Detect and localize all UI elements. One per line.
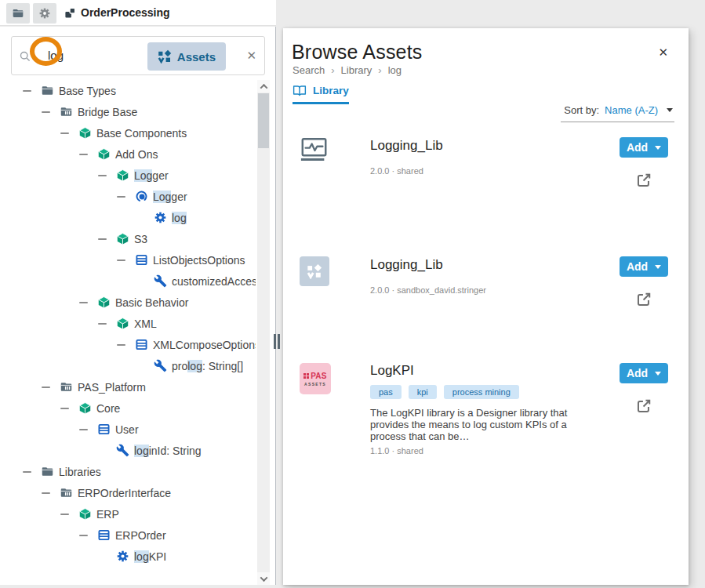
collapse-toggle-icon[interactable] [60,514,69,515]
breadcrumb-item[interactable]: log [388,64,402,76]
tree-item-label: customizedAccess [172,275,256,288]
scroll-up-button[interactable] [257,80,270,93]
asset-card: Logging_Lib2.0.0 · sharedAdd [283,133,689,252]
book-icon [293,85,307,96]
tree-row[interactable]: loginId: String [0,440,256,461]
tree-row[interactable]: Logger [0,165,256,186]
add-button[interactable]: Add [620,137,668,158]
asset-card: PASASSETSLogKPIpaskpiprocess miningThe L… [283,357,689,474]
asset-actions: Add [620,363,668,415]
collapse-toggle-icon[interactable] [79,302,88,303]
tree-row[interactable]: Base Components [0,122,256,143]
collapse-toggle-icon[interactable] [60,408,69,409]
tree-row[interactable]: prolog: String[] [0,355,256,376]
caret-down-icon [655,146,661,153]
tree-row[interactable]: Add Ons [0,143,256,165]
tree-row[interactable]: User [0,419,256,440]
tree-item-label: ListObjectsOptions [153,254,245,267]
tree-item-label: prolog: String[] [172,360,243,372]
tree-row[interactable]: Libraries [0,461,256,482]
collapse-toggle-icon[interactable] [117,196,125,198]
panel-resize-handle[interactable] [274,334,280,349]
open-asset-button[interactable] [635,291,652,308]
chart-monitor-icon [300,137,329,163]
clear-search-button[interactable]: ✕ [246,37,256,74]
assets-filter-button[interactable]: Assets [147,42,226,71]
folder-button[interactable] [6,3,30,24]
open-asset-button[interactable] [635,172,652,189]
tree-row[interactable]: Core [0,397,256,419]
scrollbar-thumb[interactable] [258,93,269,148]
tree-row[interactable]: Base Types [0,80,256,101]
collapse-toggle-icon[interactable] [23,471,31,473]
assets-icon [158,49,172,64]
sort-control[interactable]: Sort by: Name (A-Z) [561,104,674,122]
browse-assets-dialog: Browse Assets ✕ Search›Library›log Libra… [283,28,689,585]
tab-label: OrderProcessing [81,6,170,19]
asset-tree: Base TypesBridge BaseBase ComponentsAdd … [0,80,256,568]
collapse-toggle-icon[interactable] [117,260,125,261]
settings-button[interactable] [33,3,56,24]
collapse-toggle-icon[interactable] [42,492,50,494]
tag-badge[interactable]: pas [370,385,402,399]
open-asset-button[interactable] [635,397,652,415]
external-link-icon [635,291,652,308]
pas-dots-icon [303,373,309,379]
tree-row[interactable]: XMLComposeOptions [0,334,256,355]
collapse-toggle-icon[interactable] [23,90,31,92]
breadcrumb: Search›Library›log [293,64,402,76]
close-dialog-button[interactable]: ✕ [658,45,668,60]
collapse-toggle-icon[interactable] [98,238,107,240]
breadcrumb-item[interactable]: Search [293,64,325,76]
gear-icon [116,550,129,563]
collapse-toggle-icon[interactable] [79,154,88,155]
tree-row[interactable]: PAS_Platform [0,376,256,397]
tab-library-label: Library [313,85,349,96]
search-icon [19,50,31,63]
collapse-toggle-icon[interactable] [79,535,88,536]
search-input[interactable]: log [48,37,64,74]
external-link-icon [635,397,652,415]
collapse-toggle-icon[interactable] [98,323,107,325]
tag-badge[interactable]: process mining [444,385,519,399]
asset-card-body: Logging_Lib2.0.0 · shared [370,133,594,176]
asset-card-body: Logging_Lib2.0.0 · sandbox_david.stringe… [370,252,594,295]
collapse-toggle-icon[interactable] [98,175,107,176]
collapse-toggle-icon[interactable] [117,344,125,346]
pas-icon-subtext: ASSETS [304,382,326,387]
tab-orderprocessing[interactable]: OrderProcessing [64,0,170,25]
tree-row[interactable]: ListObjectsOptions [0,249,256,270]
tree-row[interactable]: S3 [0,228,256,249]
tree-row[interactable]: ERPOrder [0,524,256,546]
tree-row[interactable]: Logger [0,186,256,207]
tree-row[interactable]: Bridge Base [0,101,256,122]
tree-row[interactable]: log [0,207,256,228]
caret-down-icon [655,372,661,379]
cube-icon [97,296,111,309]
sort-value[interactable]: Name (A-Z) [605,104,658,116]
collapse-toggle-icon[interactable] [60,132,69,134]
asset-list: Logging_Lib2.0.0 · sharedAddLogging_Lib2… [283,133,689,474]
tag-badge[interactable]: kpi [409,385,437,399]
tree-row[interactable]: ERPOrderInterface [0,482,256,503]
tree-row[interactable]: customizedAccess [0,270,256,292]
scroll-down-button[interactable] [257,572,270,585]
folderlib-icon [60,486,73,499]
tree-row[interactable]: ERP [0,503,256,524]
breadcrumb-item[interactable]: Library [341,64,372,76]
tree-row[interactable]: Basic Behavior [0,292,256,313]
asset-card: Logging_Lib2.0.0 · sandbox_david.stringe… [283,252,689,357]
asset-meta: 2.0.0 · shared [370,166,594,176]
add-button[interactable]: Add [620,363,668,383]
tree-row[interactable]: logKPI [0,546,256,567]
collapse-toggle-icon[interactable] [42,387,50,388]
tree-row[interactable]: XML [0,313,256,334]
tab-library[interactable]: Library [293,85,349,104]
add-button[interactable]: Add [620,256,668,277]
asset-icon: PASASSETS [300,363,331,394]
assets-tile-icon [300,256,329,286]
tree-scrollbar[interactable] [257,80,270,585]
collapse-toggle-icon[interactable] [42,111,50,113]
collapse-toggle-icon[interactable] [79,429,88,430]
cube-icon [116,317,129,330]
